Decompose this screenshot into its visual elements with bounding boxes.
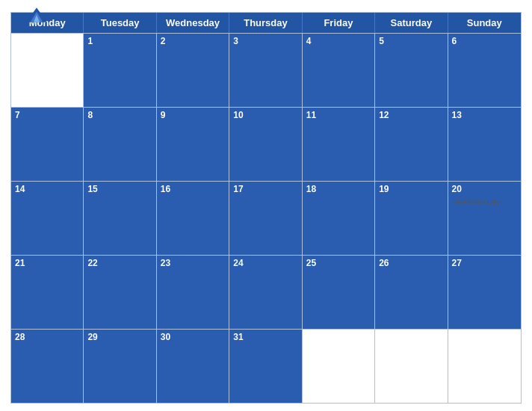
day-cell: 28 xyxy=(11,330,84,403)
day-header-friday: Friday xyxy=(303,13,375,33)
day-number: 14 xyxy=(15,184,79,196)
week-row-5: 28293031 xyxy=(11,329,521,403)
day-cell: 4 xyxy=(303,34,375,107)
day-cell: 23 xyxy=(157,256,229,329)
day-number: 23 xyxy=(161,258,225,270)
day-cell: 22 xyxy=(84,256,156,329)
day-cell xyxy=(303,330,375,403)
day-cell: 26 xyxy=(375,256,448,329)
day-cell: 18 xyxy=(303,182,375,255)
day-cell: 11 xyxy=(303,108,375,181)
day-cell: 16 xyxy=(157,182,229,255)
day-number: 13 xyxy=(452,110,517,122)
day-cell: 5 xyxy=(375,34,448,107)
day-number: 10 xyxy=(233,110,297,122)
day-cell xyxy=(11,34,84,107)
day-cell xyxy=(448,330,521,403)
day-cell: 30 xyxy=(157,330,229,403)
day-number: 6 xyxy=(452,36,517,48)
day-number: 26 xyxy=(379,258,443,270)
day-number: 4 xyxy=(306,36,371,48)
day-cell: 3 xyxy=(229,34,302,107)
day-cell: 29 xyxy=(84,330,156,403)
week-row-2: 78910111213 xyxy=(11,107,521,181)
day-number: 19 xyxy=(379,184,443,196)
day-cell: 20Revolution Day xyxy=(448,182,521,255)
day-number: 11 xyxy=(306,110,371,122)
day-number: 24 xyxy=(233,258,297,270)
day-cell: 24 xyxy=(229,256,302,329)
day-cell: 21 xyxy=(11,256,84,329)
day-cell: 27 xyxy=(448,256,521,329)
day-header-tuesday: Tuesday xyxy=(84,13,156,33)
day-cell: 17 xyxy=(229,182,302,255)
day-number: 28 xyxy=(15,332,79,344)
day-header-wednesday: Wednesday xyxy=(157,13,229,33)
day-cell: 14 xyxy=(11,182,84,255)
day-number: 8 xyxy=(87,110,152,122)
day-cell: 13 xyxy=(448,108,521,181)
day-cell: 19 xyxy=(375,182,448,255)
day-cell: 31 xyxy=(229,330,302,403)
week-row-1: 123456 xyxy=(11,33,521,107)
day-number: 1 xyxy=(87,36,152,48)
day-number: 31 xyxy=(233,332,297,344)
day-number: 16 xyxy=(161,184,225,196)
week-row-3: 14151617181920Revolution Day xyxy=(11,181,521,255)
week-row-4: 21222324252627 xyxy=(11,255,521,329)
day-number: 12 xyxy=(379,110,443,122)
logo-icon xyxy=(26,7,47,22)
day-number: 21 xyxy=(15,258,79,270)
day-header-sunday: Sunday xyxy=(448,13,521,33)
day-number: 7 xyxy=(15,110,79,122)
day-header-saturday: Saturday xyxy=(375,13,448,33)
day-cell: 1 xyxy=(84,34,156,107)
day-number: 22 xyxy=(87,258,152,270)
day-number: 18 xyxy=(306,184,371,196)
day-cell: 6 xyxy=(448,34,521,107)
weeks-container: 1234567891011121314151617181920Revolutio… xyxy=(11,33,521,403)
day-number: 20 xyxy=(452,184,517,196)
day-number: 3 xyxy=(233,36,297,48)
day-cell: 2 xyxy=(157,34,229,107)
day-number: 30 xyxy=(161,332,225,344)
day-number: 5 xyxy=(379,36,443,48)
day-cell: 25 xyxy=(303,256,375,329)
day-number: 9 xyxy=(161,110,225,122)
day-cell: 12 xyxy=(375,108,448,181)
day-number: 29 xyxy=(87,332,152,344)
day-headers: MondayTuesdayWednesdayThursdayFridaySatu… xyxy=(11,13,521,33)
day-cell: 15 xyxy=(84,182,156,255)
calendar-wrapper: MondayTuesdayWednesdayThursdayFridaySatu… xyxy=(0,0,532,411)
holiday-label: Revolution Day xyxy=(452,197,517,206)
day-number: 25 xyxy=(306,258,371,270)
day-number: 2 xyxy=(161,36,225,48)
day-number: 27 xyxy=(452,258,517,270)
day-cell xyxy=(375,330,448,403)
logo xyxy=(10,7,63,23)
calendar-grid: MondayTuesdayWednesdayThursdayFridaySatu… xyxy=(10,12,522,404)
day-number: 17 xyxy=(233,184,297,196)
day-cell: 7 xyxy=(11,108,84,181)
day-cell: 8 xyxy=(84,108,156,181)
day-cell: 10 xyxy=(229,108,302,181)
day-header-thursday: Thursday xyxy=(229,13,302,33)
day-cell: 9 xyxy=(157,108,229,181)
day-number: 15 xyxy=(87,184,152,196)
